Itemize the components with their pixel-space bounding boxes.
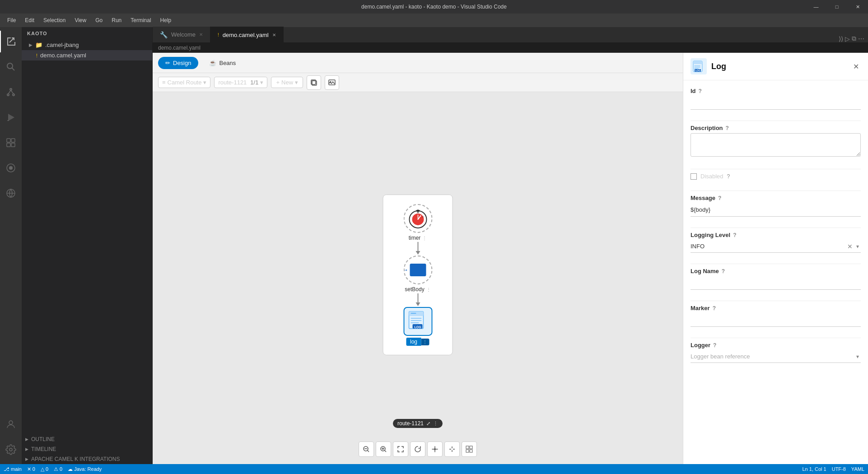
route-label-menu-icon[interactable]: ⋮ [433,421,438,427]
new-button[interactable]: + New ▾ [271,77,303,88]
menu-file[interactable]: File [4,15,19,25]
route-expand-icon[interactable]: ⤢ [426,421,430,427]
git-branch-label: main [11,466,22,472]
logger-placeholder: Logger bean reference [691,351,854,362]
logging-level-clear-icon[interactable]: ✕ [845,243,854,250]
tab-demo-yaml[interactable]: ! demo.camel.yaml ✕ [210,27,284,42]
field-log-name-help-icon[interactable]: ? [722,268,725,274]
tab-beans[interactable]: ☕ Beans [202,57,243,69]
source-control-activity-icon[interactable] [0,81,22,103]
setbody-node[interactable]: → setBody ⋮ [403,256,432,293]
search-activity-icon[interactable] [0,56,22,78]
svg-text:LOG: LOG [414,325,421,329]
menu-view[interactable]: View [71,15,90,25]
tab-design[interactable]: ✏ Design [158,57,198,69]
remote-activity-icon[interactable] [0,182,22,204]
panel-close-button[interactable]: ✕ [851,60,861,73]
pan-button[interactable] [427,441,443,457]
run-file-icon[interactable]: ▷ [845,35,850,42]
logging-level-arrow-icon[interactable]: ▾ [854,243,861,250]
setbody-label-row: setBody ⋮ [405,286,430,293]
maximize-button[interactable]: □ [826,0,847,14]
menu-run[interactable]: Run [108,15,125,25]
menu-terminal[interactable]: Terminal [127,15,154,25]
reset-view-button[interactable] [410,441,425,457]
tab-welcome[interactable]: 🔧 Welcome ✕ [153,27,210,42]
message-input[interactable] [691,203,861,217]
sidebar-footer-outline[interactable]: ▶ OUTLINE [22,434,152,444]
more-actions-icon[interactable]: ⋯ [858,35,864,42]
panel-title: Log [711,62,847,71]
status-git[interactable]: ⎇ main [4,466,22,472]
status-language[interactable]: YAML [851,466,864,472]
copy-button[interactable] [307,75,321,90]
tab-close-icon[interactable]: ✕ [272,33,276,37]
id-input[interactable] [691,96,861,110]
field-logger-label: Logger ? [691,342,861,349]
beans-tab-label: Beans [219,60,236,66]
log-name-input[interactable] [691,276,861,290]
menu-selection[interactable]: Selection [40,15,69,25]
menu-go[interactable]: Go [92,15,106,25]
svg-rect-32 [411,320,421,321]
route-badge[interactable]: route-1121 1/1 ▾ [214,77,267,88]
status-cursor[interactable]: Ln 1, Col 1 [802,466,826,472]
status-errors[interactable]: ✕ 0 [27,466,35,472]
status-info[interactable]: ⚠ 0 [54,466,62,472]
menu-help[interactable]: Help [157,15,175,25]
field-logging-level-help-icon[interactable]: ? [733,232,736,238]
field-disabled-help-icon[interactable]: ? [727,173,730,180]
status-java[interactable]: ☁ Java: Ready [68,466,102,472]
sidebar-footer-timeline[interactable]: ▶ TIMELINE [22,444,152,454]
kaoto-activity-icon[interactable] [0,157,22,179]
close-button[interactable]: ✕ [847,0,868,14]
tab-yaml-label: demo.camel.yaml [223,32,269,38]
field-marker-help-icon[interactable]: ? [713,305,716,311]
field-description-help-icon[interactable]: ? [726,125,729,131]
sidebar-item-demo-yaml[interactable]: ! demo.camel.yaml [22,50,152,60]
divider-7 [691,338,861,338]
tab-close-icon[interactable]: ✕ [199,32,203,37]
marker-input[interactable] [691,313,861,327]
menu-edit[interactable]: Edit [21,15,38,25]
field-marker: Marker ? [691,305,861,327]
center-button[interactable] [444,441,460,457]
field-logger-help-icon[interactable]: ? [713,342,716,349]
field-message-help-icon[interactable]: ? [718,195,721,201]
setbody-menu-icon[interactable]: ⋮ [426,287,431,292]
manage-activity-icon[interactable] [0,439,22,460]
image-button[interactable] [325,75,339,90]
grid-button[interactable] [462,441,477,457]
split-editor-icon[interactable]: ⧉ [852,35,856,42]
extensions-activity-icon[interactable] [0,132,22,153]
timer-node[interactable]: timer ⋮ [403,204,432,241]
log-node[interactable]: LOG log ⋮ [403,307,432,346]
field-id-text: Id [691,88,696,94]
logging-level-select[interactable]: INFO ✕ ▾ [691,240,861,253]
field-message-label: Message ? [691,195,861,201]
explorer-activity-icon[interactable] [0,31,22,52]
fit-view-button[interactable] [393,441,408,457]
accounts-activity-icon[interactable] [0,414,22,435]
logger-select[interactable]: Logger bean reference ▾ [691,350,861,363]
field-id-help-icon[interactable]: ? [699,88,702,94]
run-debug-activity-icon[interactable] [0,107,22,128]
zoom-in-button[interactable] [376,441,391,457]
zoom-out-button[interactable] [359,441,374,457]
design-tab-label: Design [173,60,191,66]
sidebar-item-camel-jbang[interactable]: ▶ 📁 .camel-jbang [22,40,152,50]
kaoto-canvas[interactable]: timer ⋮ → [153,92,683,464]
field-logging-level: Logging Level ? INFO ✕ ▾ [691,232,861,253]
disabled-checkbox[interactable] [691,173,697,180]
route-selector[interactable]: ≡ Camel Route ▾ [158,77,210,88]
status-warnings[interactable]: △ 0 [41,466,48,472]
open-changes-icon[interactable]: ⟩⟩ [839,35,843,42]
minimize-button[interactable]: — [806,0,826,14]
logger-arrow-icon[interactable]: ▾ [854,353,861,360]
status-encoding[interactable]: UTF-8 [832,466,846,472]
sidebar-footer-camelk[interactable]: ▶ APACHE CAMEL K INTEGRATIONS [22,454,152,464]
log-menu-icon[interactable]: ⋮ [421,338,429,345]
timer-menu-icon[interactable]: ⋮ [422,235,427,240]
description-textarea[interactable] [691,133,861,157]
route-label-text: route-1121 [397,420,424,427]
